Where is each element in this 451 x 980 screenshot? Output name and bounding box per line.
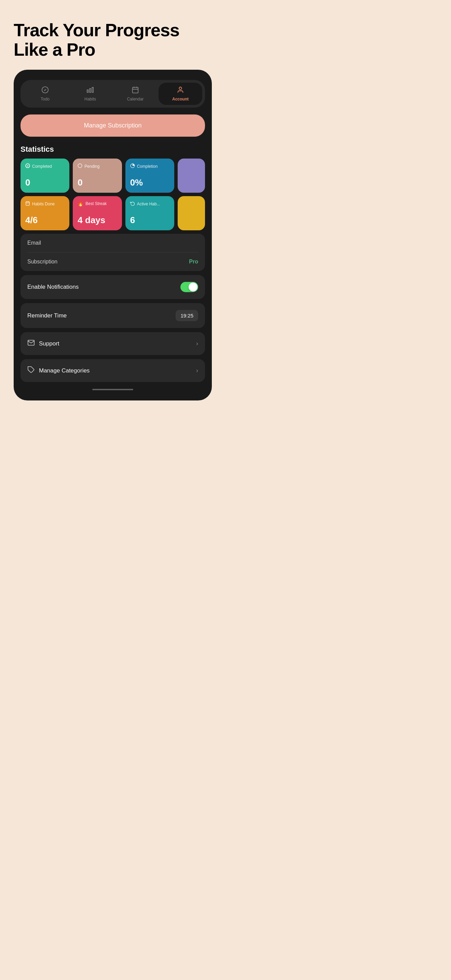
reminder-time: 19:25 [176,310,198,321]
svg-rect-3 [92,88,94,92]
email-row: Email [27,234,198,253]
todo-icon [41,86,49,95]
stat-extra-2 [178,196,205,230]
tab-todo-label: Todo [41,97,49,102]
phone-content: Manage Subscription Statistics Completed… [14,115,212,382]
manage-subscription-button[interactable]: Manage Subscription [21,115,205,137]
statistics-title: Statistics [21,145,205,154]
svg-point-8 [179,87,181,89]
tab-account-label: Account [172,97,189,102]
completed-value: 0 [25,177,65,188]
stats-row-2: Habits Done 4/6 🔥 Best Streak 4 days [21,196,205,230]
subscription-label: Subscription [27,259,57,265]
support-left: Support [27,339,59,348]
stat-completion[interactable]: Completion 0% [125,159,174,193]
streak-label: Best Streak [86,201,106,206]
notifications-toggle[interactable] [180,282,198,292]
manage-categories-card[interactable]: Manage Categories › [21,359,205,382]
manage-categories-left: Manage Categories [27,366,89,375]
stat-completed[interactable]: Completed 0 [21,159,69,193]
notifications-label: Enable Notifications [27,283,79,290]
tab-calendar[interactable]: Calendar [113,83,157,105]
stat-habits-done[interactable]: Habits Done 4/6 [21,196,69,230]
hero-title: Track Your Progress Like a Pro [0,0,226,70]
tab-habits[interactable]: Habits [68,83,112,105]
stat-best-streak[interactable]: 🔥 Best Streak 4 days [73,196,122,230]
reminder-card[interactable]: Reminder Time 19:25 [21,303,205,328]
habits-done-value: 4/6 [25,215,65,226]
habits-done-label: Habits Done [32,202,55,207]
completed-icon [25,163,30,169]
phone-mockup: Todo Habits Calendar [14,70,212,401]
streak-value: 4 days [78,215,117,226]
pending-value: 0 [78,177,117,188]
completion-icon [130,163,135,169]
pending-label: Pending [84,164,99,169]
habits-icon [86,86,94,95]
notifications-card: Enable Notifications [21,275,205,299]
pending-icon [78,163,83,169]
svg-rect-2 [89,89,91,92]
svg-point-10 [78,164,82,168]
svg-rect-4 [133,88,138,93]
active-habits-icon [130,201,135,207]
manage-categories-label: Manage Categories [39,368,89,374]
completion-value: 0% [130,177,170,188]
email-label: Email [27,240,41,246]
stats-row-1: Completed 0 Pending 0 [21,159,205,193]
tab-calendar-label: Calendar [127,97,144,102]
streak-icon: 🔥 [78,201,83,207]
page-wrapper: Track Your Progress Like a Pro Todo [0,0,226,401]
tab-todo[interactable]: Todo [23,83,67,105]
manage-categories-chevron: › [196,367,198,374]
svg-rect-12 [26,202,30,206]
completion-label: Completion [137,164,158,169]
support-chevron: › [196,340,198,347]
completed-label: Completed [32,164,52,169]
habits-done-icon [25,201,30,207]
support-label: Support [39,340,59,347]
account-icon [177,86,184,95]
account-info-card: Email Subscription Pro [21,234,205,271]
subscription-row: Subscription Pro [27,253,198,271]
stat-extra-1 [178,159,205,193]
tab-account[interactable]: Account [159,83,202,105]
stat-pending[interactable]: Pending 0 [73,159,122,193]
svg-rect-1 [87,90,89,92]
subscription-value: Pro [189,259,198,265]
tab-bar: Todo Habits Calendar [21,80,205,108]
tab-habits-label: Habits [84,97,96,102]
calendar-icon [132,86,139,95]
manage-categories-icon [27,366,35,375]
reminder-label: Reminder Time [27,312,67,319]
active-habits-label: Active Hab... [137,202,160,207]
support-icon [27,339,35,348]
support-card[interactable]: Support › [21,332,205,355]
statistics-section: Statistics Completed 0 [21,145,205,230]
home-indicator [92,389,133,390]
stat-active-habits[interactable]: Active Hab... 6 [125,196,174,230]
toggle-knob [189,283,197,291]
active-habits-value: 6 [130,215,170,226]
